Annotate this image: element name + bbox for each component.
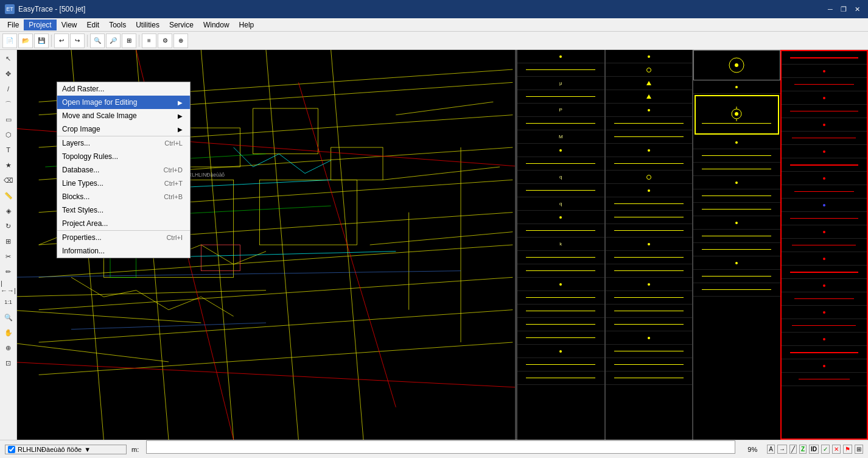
tool-zoom-win[interactable]: 🔍 — [1, 310, 16, 325]
menu-line-types[interactable]: Line Types... Ctrl+T — [57, 177, 190, 190]
sym-row — [782, 78, 867, 91]
menu-move-scale[interactable]: Move and Scale Image ▶ — [57, 109, 190, 122]
symbol-panel-4 — [780, 50, 869, 440]
tool-select[interactable]: ↖ — [1, 51, 16, 66]
text-style-icon[interactable]: A — [767, 445, 775, 454]
sym-row — [606, 197, 693, 211]
toolbar-save[interactable]: 💾 — [34, 33, 49, 48]
toolbar-properties[interactable]: ⚙ — [158, 33, 172, 48]
toolbar-redo[interactable]: ↪ — [70, 33, 85, 48]
app-title: EasyTrace - [500.jet] — [18, 5, 85, 13]
layer-checkbox[interactable] — [8, 446, 15, 453]
tool-rect[interactable]: ▭ — [1, 112, 16, 127]
canvas-area[interactable]: RLHLINÐàеùàô Add Raster... Open Image fo… — [17, 50, 515, 440]
menu-crop-image[interactable]: Crop Image ▶ — [57, 122, 190, 136]
check-icon[interactable]: ✓ — [821, 445, 830, 454]
menu-layers[interactable]: Layers... Ctrl+L — [57, 136, 190, 150]
tool-pan-hand[interactable]: ✋ — [1, 325, 16, 340]
zoom-icon[interactable]: Z — [799, 445, 807, 454]
diagonal-icon[interactable]: ╱ — [789, 445, 797, 454]
tool-trim[interactable]: ✂ — [1, 249, 16, 264]
sym-line — [702, 196, 771, 196]
minimize-button[interactable]: ─ — [824, 3, 836, 15]
sym-row — [782, 359, 867, 373]
sym-triangle-2 — [646, 94, 651, 99]
toolbar-undo[interactable]: ↩ — [54, 33, 69, 48]
toolbar-open[interactable]: 📂 — [18, 33, 33, 48]
svg-line-32 — [17, 362, 515, 388]
arrow-style-icon[interactable]: → — [777, 445, 787, 454]
sym-line — [526, 324, 595, 325]
id-icon[interactable]: ID — [809, 445, 819, 454]
menu-tools[interactable]: Tools — [104, 19, 131, 30]
menu-project[interactable]: Project — [24, 19, 56, 30]
red-line-8 — [792, 245, 856, 245]
toolbar-layers[interactable]: ≡ — [142, 33, 156, 48]
sym-row — [606, 278, 693, 291]
sym-dot — [823, 231, 825, 233]
menu-help[interactable]: Help — [234, 19, 259, 30]
restore-button[interactable]: ❐ — [838, 3, 850, 15]
cross-icon[interactable]: ✕ — [832, 445, 841, 454]
tool-scale[interactable]: ⊞ — [1, 234, 16, 248]
tool-erase[interactable]: ⌫ — [1, 173, 16, 188]
tool-pencil[interactable]: ✏ — [1, 264, 16, 279]
menu-blocks[interactable]: Blocks... Ctrl+B — [57, 190, 190, 203]
sym-row — [606, 184, 693, 197]
toolbar-new[interactable]: 📄 — [2, 33, 17, 48]
sym-line — [702, 276, 771, 277]
tool-node[interactable]: ◈ — [1, 203, 16, 218]
sym-row — [517, 372, 604, 385]
tool-line[interactable]: / — [1, 82, 16, 96]
toolbar-snap[interactable]: ⊕ — [173, 33, 188, 48]
menu-open-image[interactable]: Open Image for Editing ▶ — [57, 96, 190, 109]
sym-line — [614, 297, 684, 298]
tool-text[interactable]: T — [1, 143, 16, 157]
sym-dot — [735, 181, 738, 184]
tool-symbol[interactable]: ★ — [1, 158, 16, 172]
menu-project-area[interactable]: Project Area... — [57, 217, 190, 230]
menu-view[interactable]: View — [57, 19, 82, 30]
close-button[interactable]: ✕ — [851, 3, 863, 15]
tool-ruler[interactable]: |←→| — [1, 280, 16, 294]
toolbar-zoom-out[interactable]: 🔎 — [106, 33, 121, 48]
sym-row — [517, 318, 604, 331]
tool-polygon[interactable]: ⬡ — [1, 127, 16, 142]
menu-text-styles[interactable]: Text Styles... — [57, 203, 190, 217]
sym-row — [693, 270, 780, 283]
sym-row: P — [517, 104, 604, 117]
menu-service[interactable]: Service — [164, 19, 198, 30]
selected-symbol-panel[interactable] — [695, 95, 779, 135]
menu-topology[interactable]: Topology Rules... — [57, 150, 190, 163]
tool-measure[interactable]: 📏 — [1, 188, 16, 203]
tool-rotate[interactable]: ↻ — [1, 219, 16, 233]
tool-snap-toggle[interactable]: ⊡ — [1, 356, 16, 370]
status-bar: RLHLINÐàеùàô ñöðe ▼ m: 9% A → ╱ Z ID ✓ ✕… — [0, 440, 868, 458]
toolbar-zoom-in[interactable]: 🔍 — [90, 33, 105, 48]
grid-icon[interactable]: ⊞ — [855, 445, 863, 454]
menu-database[interactable]: Database... Ctrl+D — [57, 163, 190, 177]
menu-utilities[interactable]: Utilities — [131, 19, 164, 30]
toolbar-sep3 — [139, 35, 139, 47]
menu-window[interactable]: Window — [198, 19, 234, 30]
flag-red-icon[interactable]: ⚑ — [843, 445, 852, 454]
sym-row — [606, 130, 693, 144]
sym-line — [614, 230, 684, 231]
menu-properties[interactable]: Properties... Ctrl+I — [57, 231, 190, 244]
coordinate-input[interactable] — [146, 440, 735, 454]
menu-edit[interactable]: Edit — [82, 19, 105, 30]
layer-selector[interactable]: RLHLINÐàеùàô ñöðe ▼ — [5, 445, 127, 454]
sym-row — [517, 50, 604, 63]
sym-row — [782, 373, 867, 386]
tool-zoom-actual[interactable]: 1:1 — [1, 295, 16, 309]
tool-arc[interactable]: ⌒ — [1, 97, 16, 111]
menu-add-raster[interactable]: Add Raster... — [57, 82, 190, 96]
svg-point-43 — [735, 63, 738, 67]
menu-file[interactable]: File — [2, 19, 24, 30]
sym-line — [614, 351, 684, 351]
svg-line-14 — [39, 342, 513, 375]
menu-information[interactable]: Information... — [57, 244, 190, 258]
tool-magnify[interactable]: ⊕ — [1, 340, 16, 355]
toolbar-fit[interactable]: ⊞ — [122, 33, 136, 48]
tool-move[interactable]: ✥ — [1, 66, 16, 81]
